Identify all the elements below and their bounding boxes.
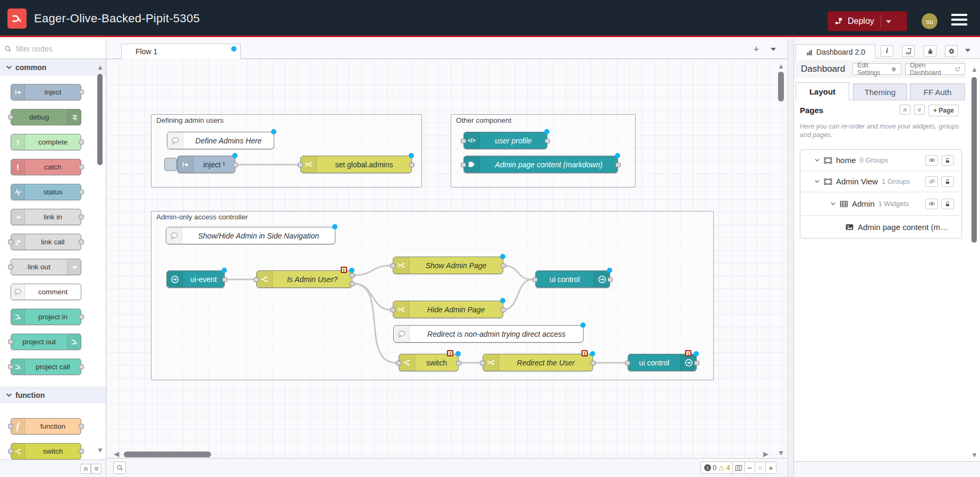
output-port[interactable] [79, 364, 84, 369]
palette-node-link-call[interactable]: link call [11, 234, 81, 250]
tree-row-home[interactable]: home 0 Groups [800, 150, 961, 171]
output-port[interactable] [545, 139, 550, 143]
debug-tab-button[interactable] [924, 45, 936, 57]
palette-node-function[interactable]: f function [11, 418, 81, 435]
vscroll-up-icon[interactable]: ▲ [778, 62, 784, 70]
input-port[interactable] [625, 361, 630, 365]
deploy-button[interactable]: Deploy [827, 11, 907, 31]
output-port[interactable] [79, 424, 84, 429]
zoom-out-button[interactable]: − [744, 462, 755, 474]
chevron-down-icon[interactable] [830, 201, 836, 207]
node-redirect-the-user[interactable]: Redirect the User ! [483, 354, 593, 371]
node-comment-redirect[interactable]: Redirect is non-admin trying direct acce… [393, 325, 584, 343]
input-port[interactable] [8, 424, 13, 429]
node-set-global-admins[interactable]: set global.admins [300, 156, 412, 173]
visibility-button[interactable] [925, 199, 938, 209]
config-tab-button[interactable] [945, 45, 958, 57]
output-port[interactable] [79, 165, 84, 169]
input-port[interactable] [8, 449, 13, 454]
main-menu-icon[interactable] [951, 14, 967, 25]
node-comment-define-admins[interactable]: Define Admins Here [167, 132, 274, 149]
hscroll-left-icon[interactable]: ◀ [114, 450, 119, 458]
output-port[interactable] [79, 190, 84, 194]
palette-node-link-in[interactable]: link in [11, 209, 81, 225]
palette-scroll-up-icon[interactable]: ▲ [97, 62, 103, 72]
output-port[interactable] [79, 215, 84, 219]
flow-list-caret-icon[interactable] [771, 48, 776, 51]
palette-category-common[interactable]: common [0, 59, 106, 75]
tab-dashboard-2[interactable]: Dashboard 2.0 [796, 44, 875, 59]
palette-node-complete[interactable]: ! complete [11, 134, 81, 150]
input-port[interactable] [390, 308, 395, 312]
sidebar-resize-handle[interactable] [788, 39, 794, 477]
tab-theming[interactable]: Theming [853, 83, 907, 100]
output-port[interactable] [456, 361, 461, 365]
palette-node-switch[interactable]: switch [11, 443, 81, 459]
vscroll-down-icon[interactable]: ▼ [778, 449, 784, 457]
palette-search-input[interactable] [15, 44, 95, 54]
palette-node-inject[interactable]: inject [11, 84, 81, 100]
input-port[interactable] [8, 265, 13, 269]
visibility-button[interactable] [925, 176, 938, 187]
zoom-search-button[interactable] [113, 462, 126, 474]
palette-node-debug[interactable]: debug [11, 109, 81, 125]
palette-node-catch[interactable]: ! catch [11, 159, 81, 175]
output-port[interactable] [607, 277, 613, 282]
node-user-profile[interactable]: </> user profile [463, 132, 547, 149]
palette-node-project-call[interactable]: project call [11, 359, 81, 375]
hscroll-right-icon[interactable]: ▶ [763, 450, 768, 458]
output-port[interactable] [615, 163, 621, 167]
input-port[interactable] [8, 240, 13, 244]
tree-row-admin-group[interactable]: Admin 1 Widgets [800, 192, 961, 216]
add-page-button[interactable]: + Page [928, 105, 959, 116]
lock-button[interactable] [941, 155, 954, 166]
palette-scroll-down-icon[interactable]: ▼ [97, 445, 103, 455]
help-tab-button[interactable] [902, 45, 915, 57]
node-inject[interactable]: inject ¹ [177, 156, 235, 173]
tree-row-admin-widget[interactable]: Admin page content (m… [800, 216, 961, 238]
input-port[interactable] [533, 277, 538, 282]
info-tab-button[interactable]: i [881, 45, 893, 57]
vertical-scrollbar[interactable] [778, 72, 784, 101]
input-port[interactable] [396, 361, 401, 365]
group-defining-admin-users[interactable]: Defining admin users [151, 114, 422, 188]
tab-ff-auth[interactable]: FF Auth [910, 83, 965, 100]
input-port[interactable] [8, 364, 13, 369]
sidebar-tabs-caret-icon[interactable] [965, 49, 970, 52]
output-port[interactable] [79, 90, 84, 95]
input-port[interactable] [298, 163, 303, 167]
zoom-in-button[interactable]: + [765, 462, 776, 474]
output-port[interactable] [501, 263, 506, 268]
palette-node-comment[interactable]: comment [11, 284, 81, 300]
sidebar-scrollbar[interactable] [971, 77, 977, 243]
status-counts[interactable]: ! 0 ⚠ 4 [700, 462, 734, 474]
expand-all-button[interactable] [91, 464, 102, 474]
input-port[interactable] [390, 263, 395, 268]
node-switch[interactable]: switch ! [399, 354, 459, 371]
node-comment-showhide[interactable]: Show/Hide Admin in Side Navigation [166, 227, 335, 244]
lock-button[interactable] [941, 199, 954, 209]
open-dashboard-button[interactable]: Open Dashboard [905, 63, 965, 75]
sidebar-scroll-down-icon[interactable]: ▼ [971, 451, 978, 459]
palette-node-project-in[interactable]: project in [11, 309, 81, 325]
navigator-button[interactable] [732, 462, 745, 474]
output-port[interactable] [79, 449, 84, 454]
palette-node-status[interactable]: status [11, 184, 81, 200]
palette-category-function[interactable]: function [0, 387, 106, 403]
node-ui-control-a[interactable]: ui control [535, 270, 610, 288]
move-up-button[interactable] [900, 105, 910, 115]
output-port[interactable] [79, 314, 84, 319]
lock-button[interactable] [941, 176, 954, 187]
palette-node-link-out[interactable]: link out [11, 259, 81, 275]
inject-trigger-button[interactable] [164, 158, 177, 171]
output-port[interactable] [694, 361, 699, 365]
sidebar-scroll-up-icon[interactable]: ▲ [971, 65, 978, 73]
output-port[interactable] [409, 163, 415, 167]
output-port[interactable] [222, 277, 227, 282]
node-show-admin-page[interactable]: Show Admin Page [393, 257, 503, 274]
input-port[interactable] [8, 339, 13, 344]
output-port-2[interactable] [350, 282, 355, 286]
tab-flow-1[interactable]: Flow 1 [121, 44, 241, 59]
input-port[interactable] [480, 361, 485, 365]
collapse-all-button[interactable] [80, 464, 91, 474]
